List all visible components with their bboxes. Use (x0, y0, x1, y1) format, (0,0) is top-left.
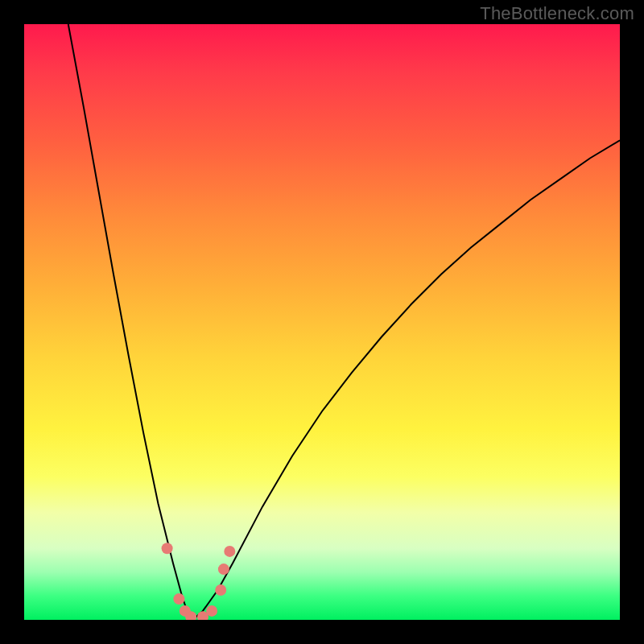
curve-left-branch (68, 24, 193, 620)
data-point (162, 543, 173, 554)
data-point (218, 564, 229, 575)
curve-layer (24, 24, 620, 620)
data-point (206, 605, 217, 617)
data-point (224, 546, 235, 557)
plot-area (24, 24, 620, 620)
chart-frame: TheBottleneck.com (0, 0, 644, 644)
watermark-text: TheBottleneck.com (480, 3, 634, 24)
data-point (215, 584, 226, 596)
data-point (173, 593, 184, 605)
curve-right-branch (192, 140, 620, 620)
data-points-group (162, 543, 236, 620)
